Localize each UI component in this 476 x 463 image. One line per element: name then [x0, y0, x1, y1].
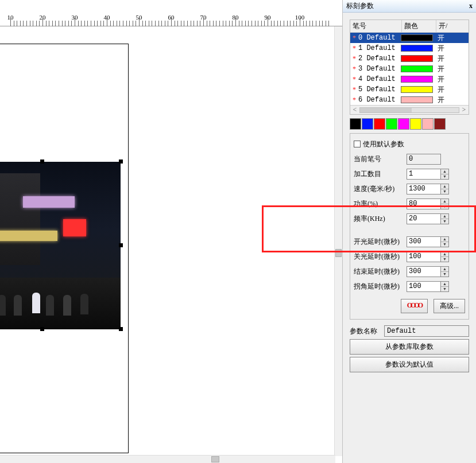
freq-spinner[interactable]: ▲▼ [441, 213, 449, 224]
pen-label: 0 Default [358, 34, 401, 42]
pen-row[interactable]: *6 Default开 [350, 95, 469, 105]
current-pen-label: 当前笔号 [354, 154, 407, 164]
off-delay-spinner[interactable]: ▲▼ [441, 251, 449, 262]
pen-color-swatch [401, 76, 433, 83]
palette-swatch[interactable] [398, 118, 409, 130]
pen-label: 6 Default [358, 96, 401, 104]
col-color[interactable]: 颜色 [402, 20, 436, 32]
use-default-label: 使用默认参数 [363, 139, 404, 149]
on-delay-label: 开光延时(微秒) [354, 237, 407, 247]
pen-row[interactable]: *2 Default开 [350, 53, 469, 64]
pen-row[interactable]: *4 Default开 [350, 74, 469, 84]
set-as-default-button[interactable]: 参数设为默认值 [350, 357, 469, 372]
load-from-library-button[interactable]: 从参数库取参数 [350, 339, 469, 355]
palette-swatch[interactable] [410, 118, 421, 130]
power-input[interactable]: 80 [407, 199, 441, 209]
horizontal-scrollbar[interactable] [0, 455, 335, 463]
param-name-value: Default [384, 325, 469, 337]
palette-swatch[interactable] [386, 118, 397, 130]
selection-handle[interactable] [40, 327, 44, 331]
scroll-left-icon[interactable]: < [350, 106, 359, 114]
pen-on-text: 开 [435, 44, 444, 53]
freq-label: 频率(KHz) [354, 214, 407, 224]
end-delay-input[interactable]: 300 [407, 266, 441, 277]
power-label: 功率(%) [354, 199, 407, 209]
placed-image[interactable] [0, 162, 121, 329]
on-delay-spinner[interactable]: ▲▼ [441, 236, 449, 247]
marking-params-panel: 标刻参数 x 笔号 颜色 开/ *0 Default开*1 Default开*2… [342, 0, 476, 463]
pen-on-text: 开 [435, 85, 444, 95]
panel-titlebar: 标刻参数 x [343, 0, 476, 13]
pen-on-text: 开 [435, 64, 444, 74]
palette-swatch[interactable] [350, 118, 361, 130]
palette-swatch[interactable] [374, 118, 385, 130]
pen-on-text: 开 [435, 54, 444, 64]
pen-row[interactable]: *5 Default开 [350, 84, 469, 95]
pen-label: 2 Default [358, 55, 401, 63]
selection-handle[interactable] [119, 243, 123, 247]
corner-delay-label: 拐角延时(微秒) [354, 282, 407, 291]
selection-handle[interactable] [40, 159, 44, 164]
corner-delay-spinner[interactable]: ▲▼ [441, 281, 449, 292]
pen-table-hscroll[interactable]: < > [350, 105, 469, 114]
pen-star-icon: * [350, 55, 358, 63]
pen-star-icon: * [350, 65, 358, 73]
pen-label: 3 Default [358, 65, 401, 73]
current-pen-value: 0 [407, 154, 441, 165]
scroll-right-icon[interactable]: > [459, 106, 469, 114]
pen-color-swatch [401, 96, 433, 103]
pen-on-text: 开 [435, 95, 444, 105]
pen-row[interactable]: *0 Default开 [350, 33, 469, 43]
scrollbar-thumb[interactable] [211, 456, 219, 462]
rings-button[interactable]: OOOO [401, 299, 428, 313]
end-delay-spinner[interactable]: ▲▼ [441, 266, 449, 277]
pen-color-swatch [401, 55, 433, 62]
off-delay-input[interactable]: 100 [407, 251, 441, 262]
corner-delay-input[interactable]: 100 [407, 281, 441, 292]
speed-spinner[interactable]: ▲▼ [441, 184, 449, 194]
parameter-group: 使用默认参数 当前笔号0 加工数目1▲▼ 速度(毫米/秒)1300▲▼ 功率(%… [350, 133, 469, 320]
color-palette [350, 118, 469, 130]
pen-on-text: 开 [435, 75, 444, 84]
pen-color-swatch [401, 34, 433, 41]
palette-swatch[interactable] [422, 118, 434, 130]
power-spinner[interactable]: ▲▼ [441, 199, 449, 209]
count-input[interactable]: 1 [407, 169, 441, 180]
pen-star-icon: * [350, 85, 358, 94]
pen-star-icon: * [350, 44, 358, 53]
use-default-row: 使用默认参数 [354, 137, 465, 151]
pen-row[interactable]: *1 Default开 [350, 43, 469, 53]
scroll-track[interactable] [359, 107, 459, 113]
canvas-area: 102030405060708090100 [0, 0, 342, 463]
pen-label: 1 Default [358, 44, 401, 52]
param-name-label: 参数名称 [350, 326, 384, 336]
palette-swatch[interactable] [434, 118, 446, 130]
count-spinner[interactable]: ▲▼ [441, 169, 449, 180]
count-label: 加工数目 [354, 169, 407, 179]
pen-star-icon: * [350, 34, 358, 42]
on-delay-input[interactable]: 300 [407, 236, 441, 247]
advanced-button[interactable]: 高级... [434, 299, 465, 313]
pen-row[interactable]: *3 Default开 [350, 64, 469, 74]
col-pen[interactable]: 笔号 [350, 20, 402, 32]
use-default-checkbox[interactable] [354, 141, 361, 147]
scroll-thumb[interactable] [360, 108, 412, 112]
pen-color-swatch [401, 45, 433, 52]
pen-star-icon: * [350, 75, 358, 84]
vertical-scrollbar[interactable] [334, 26, 342, 456]
selection-handle[interactable] [119, 327, 123, 331]
selection-handle[interactable] [119, 159, 123, 164]
pen-color-swatch [401, 86, 433, 93]
freq-input[interactable]: 20 [407, 213, 441, 224]
palette-swatch[interactable] [362, 118, 373, 130]
pen-label: 5 Default [358, 85, 401, 94]
pen-on-text: 开 [435, 33, 444, 43]
scrollbar-thumb[interactable] [335, 249, 342, 257]
panel-close-button[interactable]: x [469, 2, 473, 10]
workspace[interactable] [0, 26, 335, 456]
speed-input[interactable]: 1300 [407, 184, 441, 194]
col-on[interactable]: 开/ [436, 20, 469, 32]
horizontal-ruler: 102030405060708090100 [0, 14, 342, 26]
pen-table: 笔号 颜色 开/ *0 Default开*1 Default开*2 Defaul… [350, 20, 469, 115]
speed-label: 速度(毫米/秒) [354, 184, 407, 194]
